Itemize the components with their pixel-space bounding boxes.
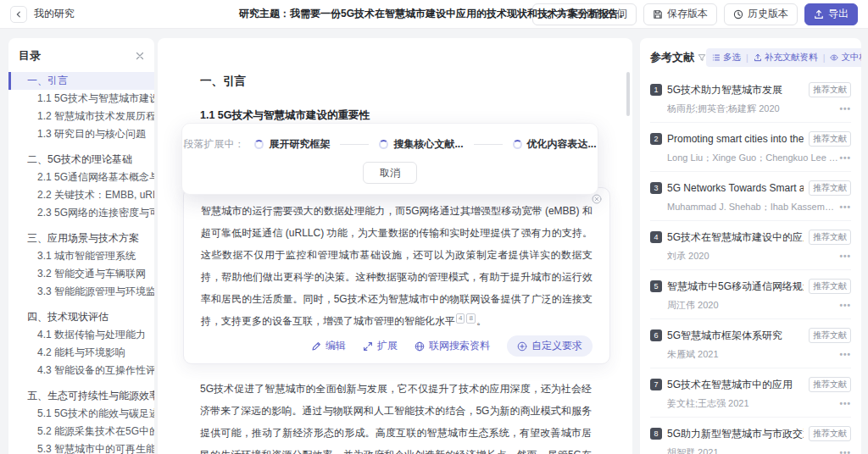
custom-requirement-button[interactable]: 自定义要求 (507, 335, 593, 357)
upload-icon (754, 53, 762, 62)
export-button[interactable]: 导出 (804, 3, 858, 25)
toc-item[interactable]: 二、5G技术的理论基础 (8, 151, 154, 169)
edit-button[interactable]: 编辑 (311, 339, 346, 353)
citation-marker[interactable]: 4 (456, 313, 465, 324)
reference-title[interactable]: 5G智慧城市框架体系研究 (667, 329, 804, 343)
toc-item[interactable]: 4.2 能耗与环境影响 (8, 344, 154, 362)
reference-number-badge: 6 (650, 329, 662, 341)
more-options-icon[interactable]: ••• (839, 202, 851, 212)
reference-number-badge: 5 (650, 280, 662, 292)
toc-item[interactable]: 3.2 智能交通与车辆联网 (8, 265, 154, 283)
selected-paragraph-card[interactable]: 智慧城市的运行需要强大的数据处理能力，而5G网络通过其增强型移动宽带 (eMBB… (183, 187, 610, 364)
reference-item[interactable]: 7 5G技术在智慧城市中的应用 推荐文献 姜文柱;王志强 2021 ••• (650, 368, 851, 418)
more-options-icon[interactable]: ••• (839, 153, 851, 163)
section-heading: 一、引言 (200, 74, 592, 89)
citation-marker[interactable]: 8 (466, 313, 475, 324)
reference-number-badge: 1 (650, 84, 662, 96)
paragraph-expansion-panel: 段落扩展中： 展开研究框架搜集核心文献...优化内容表达... 取消 (181, 123, 598, 195)
selection-toolbar: 编辑 扩展 联网搜索资料 (201, 335, 593, 357)
toc-item[interactable]: 2.2 关键技术：EMBB, uRLL... (8, 186, 154, 204)
more-options-icon[interactable]: ••• (839, 448, 851, 454)
spinner-icon (254, 140, 264, 149)
reference-title[interactable]: Promoting smart cities into the 5G era w… (667, 133, 804, 145)
reference-item[interactable]: 4 5G技术在智慧城市建设中的应用 推荐文献 刘承 2020 ••• (650, 221, 851, 270)
recommended-badge: 推荐文献 (809, 328, 851, 343)
reference-title[interactable]: 5G技术助力智慧城市发展 (667, 83, 804, 97)
web-search-button[interactable]: 联网搜索资料 (415, 339, 490, 353)
paragraph-1: 智慧城市的运行需要强大的数据处理能力，而5G网络通过其增强型移动宽带 (eMBB… (201, 200, 593, 332)
reference-item[interactable]: 1 5G技术助力智慧城市发展 推荐文献 杨雨彤;拥英音;杨建辉 2020 ••• (650, 74, 851, 123)
reference-item[interactable]: 3 5G Networks Towards Smart and Sustaina… (650, 172, 851, 221)
document-panel: 一、引言 1.1 5G技术与智慧城市建设的重要性 智慧城市的运行需要强大的数据处… (158, 38, 632, 454)
reference-item[interactable]: 2 Promoting smart cities into the 5G era… (650, 123, 851, 172)
multi-select-button[interactable]: 多选 (712, 52, 741, 64)
toc-item[interactable]: 5.1 5G技术的能效与碳足迹... (8, 405, 154, 423)
more-options-icon[interactable]: ••• (839, 252, 851, 261)
save-icon (653, 9, 663, 19)
more-options-icon[interactable]: ••• (839, 104, 851, 114)
recommended-badge: 推荐文献 (809, 377, 851, 392)
toc-item[interactable]: 4.3 智能设备的互操作性评估 (8, 362, 154, 379)
toc-item[interactable]: 1.3 研究目的与核心问题 (8, 125, 154, 143)
chevron-left-icon (14, 10, 23, 19)
back-label[interactable]: 我的研究 (34, 7, 75, 21)
references-toolbar: 多选 | 补充文献资料 | 文中标记 (706, 48, 861, 67)
toc-item[interactable]: 四、技术现状评估 (8, 308, 154, 326)
reference-title[interactable]: 智慧城市中5G移动通信网络规划的探析 (667, 280, 804, 294)
reference-number-badge: 8 (650, 428, 662, 440)
more-options-icon[interactable]: ••• (839, 301, 851, 310)
spinner-icon (379, 140, 388, 149)
reference-number-badge: 4 (650, 231, 662, 243)
toc-item[interactable]: 五、生态可持续性与能源效率 (8, 387, 154, 405)
toc-list: 一、引言1.1 5G技术与智慧城市建设...1.2 智慧城市技术发展历程...1… (8, 69, 154, 454)
reference-item[interactable]: 8 5G助力新型智慧城市与市政交通基础设施发... 推荐文献 胡智群 2021 … (650, 418, 851, 454)
filter-icon[interactable] (698, 53, 706, 62)
expand-button[interactable]: 扩展 (363, 339, 398, 353)
reference-item[interactable]: 5 智慧城市中5G移动通信网络规划的探析 推荐文献 周江伟 2020 ••• (650, 270, 851, 319)
toc-item[interactable]: 3.3 智能能源管理与环境监测 (8, 283, 154, 301)
more-options-icon[interactable]: ••• (839, 399, 851, 408)
pencil-icon (311, 341, 321, 352)
reference-authors: Long Liu；Xinge Guo；Chengkuo Lee 2021 (667, 152, 839, 164)
save-version-button[interactable]: 保存版本 (643, 3, 717, 25)
reference-title[interactable]: 5G Networks Towards Smart and Sustaina..… (667, 182, 804, 194)
reference-authors: 朱雁斌 2021 (667, 348, 719, 361)
toc-item[interactable]: 三、应用场景与技术方案 (8, 230, 154, 247)
toc-title: 目录 (19, 48, 41, 64)
card-close-icon[interactable] (592, 194, 602, 204)
recommended-badge: 推荐文献 (809, 426, 851, 441)
expansion-step: 展开研究框架 (254, 137, 330, 152)
toc-item[interactable]: 3.1 城市智能管理系统 (8, 247, 154, 265)
references-panel: 参考文献 多选 | 补充文献资料 | 文 (640, 38, 861, 454)
reference-number-badge: 2 (650, 133, 662, 145)
step-separator (474, 144, 503, 145)
toc-close-icon[interactable] (136, 52, 144, 60)
toc-item[interactable]: 2.3 5G网络的连接密度与可... (8, 204, 154, 222)
mark-in-text-button[interactable]: 文中标记 (830, 52, 861, 64)
reference-title[interactable]: 5G技术在智慧城市中的应用 (667, 378, 804, 392)
toc-item[interactable]: 4.1 数据传输与处理能力 (8, 326, 154, 344)
toc-item[interactable]: 1.2 智慧城市技术发展历程... (8, 108, 154, 125)
more-options-icon[interactable]: ••• (839, 350, 851, 359)
supplement-references-button[interactable]: 补充文献资料 (754, 52, 818, 64)
toc-item[interactable]: 5.2 能源采集技术在5G中的... (8, 423, 154, 440)
reference-title[interactable]: 5G技术在智慧城市建设中的应用 (667, 230, 804, 245)
recommended-badge: 推荐文献 (809, 230, 851, 245)
cancel-button[interactable]: 取消 (363, 162, 417, 184)
reference-number-badge: 7 (650, 379, 662, 390)
reference-title[interactable]: 5G助力新型智慧城市与市政交通基础设施发... (667, 427, 804, 441)
reference-item[interactable]: 6 5G智慧城市框架体系研究 推荐文献 朱雁斌 2021 ••• (650, 319, 851, 368)
back-button[interactable] (10, 6, 27, 23)
toc-item[interactable]: 5.3 智慧城市中的可再生能... (8, 440, 154, 454)
history-clock-icon (733, 9, 743, 19)
toc-item[interactable]: 一、引言 (8, 72, 154, 90)
plus-circle-icon (517, 341, 527, 352)
expansion-step: 优化内容表达... (513, 137, 597, 152)
toc-item[interactable]: 1.1 5G技术与智慧城市建设... (8, 90, 154, 108)
research-topic-title: 研究主题：我需要一份5G技术在智慧城市建设中应用的技术现状和技术方案分析报告。 (239, 7, 629, 21)
expansion-step: 搜集核心文献... (379, 137, 463, 152)
recommended-badge: 推荐文献 (809, 131, 851, 147)
toc-item[interactable]: 2.1 5G通信网络基本概念与... (8, 169, 154, 186)
paragraph-2: 5G技术促进了智慧城市的全面创新与发展，它不仅提升了技术的应用深度，还为社会经济… (200, 378, 592, 454)
history-version-button[interactable]: 历史版本 (724, 3, 798, 25)
